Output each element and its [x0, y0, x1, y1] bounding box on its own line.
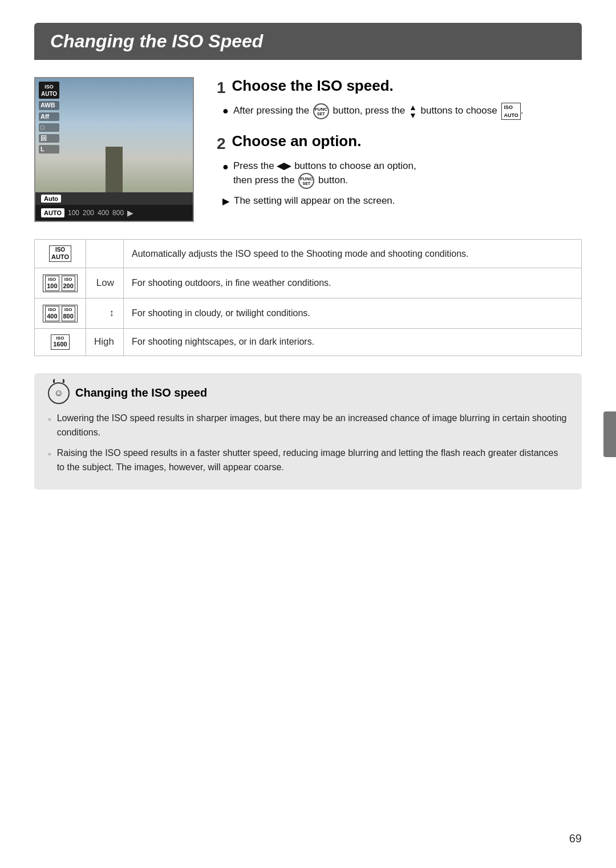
- right-tab: [603, 411, 616, 457]
- bullet-arrow-2: ▶: [222, 195, 229, 208]
- note-bullet-1: ◦: [48, 412, 51, 427]
- step-2-content: ● Press the ◀▶ buttons to choose an opti…: [222, 159, 582, 209]
- camera-bg: ISOAUTO AWB Aff □ 回 L: [35, 78, 193, 192]
- func-btn-1: FUNC SET: [313, 103, 329, 119]
- iso-auto-top-badge: ISOAUTO: [39, 82, 59, 99]
- iso-selected-value: AUTO: [41, 208, 64, 217]
- page-title: Changing the ISO Speed: [50, 31, 566, 52]
- camera-screen: ISOAUTO AWB Aff □ 回 L Auto AUTO 100 200 …: [34, 77, 194, 222]
- cam-icon-l: L: [39, 145, 59, 154]
- iso-table: ISO AUTO Automatically adjusts the ISO s…: [34, 239, 582, 356]
- page-number: 69: [569, 832, 582, 845]
- step-1-title: Choose the ISO speed.: [232, 77, 394, 94]
- table-cell-icon-1: ISO AUTO: [35, 240, 86, 268]
- up-down-arrows: ▲ ▼: [409, 103, 417, 119]
- bullet-dot-2: ●: [222, 159, 229, 175]
- table-row: ISO400 ISO800 ↕ For shooting in cloudy, …: [35, 298, 582, 328]
- iso-val-400: 400: [98, 209, 109, 217]
- table-row: ISO1600 High For shooting nightscapes, o…: [35, 328, 582, 356]
- step-2-bullet-1: ● Press the ◀▶ buttons to choose an opti…: [222, 159, 582, 189]
- table-cell-level-4: High: [86, 328, 124, 356]
- up-arrow-icon: ▲: [409, 103, 417, 111]
- note-list-item-text-1: Lowering the ISO speed results in sharpe…: [57, 411, 568, 440]
- table-cell-desc-3: For shooting in cloudy, or twilight cond…: [123, 298, 581, 328]
- step-1-bullet-1: ● After pressing the FUNC SET button, pr…: [222, 103, 582, 120]
- cam-icon-square: □: [39, 123, 59, 132]
- iso-auto-badge-inline: ISOAUTO: [501, 103, 520, 120]
- note-list-item-text-2: Raising the ISO speed results in a faste…: [57, 446, 568, 475]
- cam-icon-rect: 回: [39, 134, 59, 143]
- func-btn-2: FUNC SET: [298, 173, 314, 189]
- step-1-content: ● After pressing the FUNC SET button, pr…: [222, 103, 582, 120]
- page-container: Changing the ISO Speed ISOAUTO AWB Aff □…: [0, 0, 616, 538]
- steps-section: 1 Choose the ISO speed. ● After pressing…: [217, 77, 582, 222]
- note-bullet-2: ◦: [48, 447, 51, 462]
- iso-val-100: 100: [68, 209, 79, 217]
- table-cell-level-2: Low: [86, 268, 124, 298]
- down-arrow-icon: ▼: [409, 111, 417, 119]
- iso-badge-1600: ISO1600: [51, 334, 69, 350]
- camera-icons: ISOAUTO AWB Aff □ 回 L: [39, 82, 59, 154]
- note-list-item: ◦ Lowering the ISO speed results in shar…: [48, 411, 568, 440]
- iso-val-200: 200: [83, 209, 94, 217]
- step-2-bullet-2-text: The setting will appear on the screen.: [234, 193, 395, 208]
- arrow-right-icon: ▶: [127, 208, 133, 217]
- camera-bottom-bar: AUTO 100 200 400 800 ▶: [35, 205, 193, 221]
- cam-icon-aff: Aff: [39, 112, 59, 121]
- table-cell-icon-4: ISO1600: [35, 328, 86, 356]
- auto-badge: Auto: [41, 195, 61, 203]
- iso-val-800: 800: [112, 209, 124, 217]
- title-bar: Changing the ISO Speed: [34, 23, 582, 60]
- note-header: ☺ Changing the ISO speed: [48, 382, 568, 404]
- bullet-dot-1: ●: [222, 103, 229, 119]
- table-cell-desc-1: Automatically adjusts the ISO speed to t…: [123, 240, 581, 268]
- step-2-title: Choose an option.: [232, 132, 362, 150]
- top-section: ISOAUTO AWB Aff □ 回 L Auto AUTO 100 200 …: [34, 77, 582, 222]
- iso-badge-400-800: ISO400 ISO800: [43, 305, 78, 322]
- step-2-bullet-2: ▶ The setting will appear on the screen.: [222, 193, 582, 208]
- step-2: 2 Choose an option. ● Press the ◀▶ butto…: [217, 132, 582, 208]
- camera-mode-row: Auto: [35, 192, 193, 205]
- note-box: ☺ Changing the ISO speed ◦ Lowering the …: [34, 373, 582, 490]
- iso-badge-100-200: ISO100 ISO200: [43, 274, 78, 292]
- step-1-number: 1: [217, 79, 226, 96]
- table-cell-desc-2: For shooting outdoors, in fine weather c…: [123, 268, 581, 298]
- note-list-item: ◦ Raising the ISO speed results in a fas…: [48, 446, 568, 475]
- step-2-number: 2: [217, 135, 226, 152]
- iso-badge-auto: ISO AUTO: [49, 245, 71, 262]
- lr-arrow-btns: ◀▶: [277, 160, 291, 171]
- table-row: ISO AUTO Automatically adjusts the ISO s…: [35, 240, 582, 268]
- note-list: ◦ Lowering the ISO speed results in shar…: [48, 411, 568, 475]
- step-1: 1 Choose the ISO speed. ● After pressing…: [217, 77, 582, 120]
- table-cell-level-1: [86, 240, 124, 268]
- step-1-bullet-1-text: After pressing the FUNC SET button, pres…: [233, 103, 524, 120]
- table-cell-icon-3: ISO400 ISO800: [35, 298, 86, 328]
- note-title: Changing the ISO speed: [75, 386, 207, 399]
- note-icon-symbol: ☺: [54, 388, 63, 398]
- table-cell-icon-2: ISO100 ISO200: [35, 268, 86, 298]
- note-icon: ☺: [48, 382, 70, 404]
- table-cell-level-3: ↕: [86, 298, 124, 328]
- cam-icon-awb: AWB: [39, 101, 59, 110]
- step-2-bullet-1-text: Press the ◀▶ buttons to choose an option…: [233, 159, 416, 189]
- table-row: ISO100 ISO200 Low For shooting outdoors,…: [35, 268, 582, 298]
- table-cell-desc-4: For shooting nightscapes, or in dark int…: [123, 328, 581, 356]
